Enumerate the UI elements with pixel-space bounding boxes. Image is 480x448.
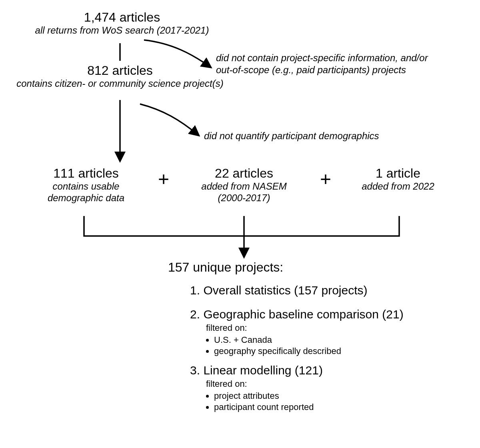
outcomes: 157 unique projects: 1. Overall statisti… <box>168 260 456 420</box>
node-sub: contains citizen- or community science p… <box>8 78 232 89</box>
count: 111 <box>53 166 74 180</box>
exclusion-line: did not quantify participant demographic… <box>204 130 460 142</box>
sub-text: contains usable demographic data <box>48 181 124 203</box>
node-812-articles: 812 articles contains citizen- or commun… <box>8 63 232 89</box>
node-title: 111 articles <box>36 166 136 181</box>
outcome-3: 3. Linear modelling (121) <box>190 364 456 377</box>
num: 1. <box>190 284 200 297</box>
exclusion-2: did not quantify participant demographic… <box>204 130 460 142</box>
filter-label: filtered on: <box>206 323 456 333</box>
result-title: 157 unique projects: <box>168 260 456 275</box>
node-sub: all returns from WoS search (2017-2021) <box>24 25 220 36</box>
node-22-articles: 22 articles added from NASEM (2000-2017) <box>188 166 300 204</box>
sub-text: added from NASEM (2000-2017) <box>201 181 286 203</box>
count: 22 <box>215 166 229 180</box>
node-1-article: 1 article added from 2022 <box>352 166 444 192</box>
flowchart: 1,474 articles all returns from WoS sear… <box>0 0 480 448</box>
label: articles <box>78 166 118 180</box>
num: 3. <box>190 364 200 377</box>
bullet: geography specifically described <box>214 346 456 356</box>
outcome-1: 1. Overall statistics (157 projects) <box>190 284 456 297</box>
outcome-2: 2. Geographic baseline comparison (21) <box>190 308 456 321</box>
count: 1 <box>376 166 383 180</box>
exclusion-line: did not contain project-specific informa… <box>216 52 472 64</box>
plus-icon: + <box>320 168 331 190</box>
bullets: U.S. + Canada geography specifically des… <box>214 335 456 356</box>
node-sub: added from 2022 <box>352 181 444 192</box>
node-title: 22 articles <box>188 166 300 181</box>
count: 812 <box>87 63 108 78</box>
label: article <box>386 166 420 180</box>
count: 1,474 <box>84 10 116 24</box>
bullets: project attributes participant count rep… <box>214 391 456 412</box>
num: 2. <box>190 308 200 321</box>
bullet: project attributes <box>214 391 456 401</box>
filter-label: filtered on: <box>206 379 456 389</box>
label: articles <box>233 166 273 180</box>
exclusion-line: out-of-scope (e.g., paid participants) p… <box>216 64 472 76</box>
node-sub: added from NASEM (2000-2017) <box>188 181 300 204</box>
text: Overall statistics (157 projects) <box>203 284 367 297</box>
node-title: 1,474 articles <box>24 10 220 25</box>
bullet: U.S. + Canada <box>214 335 456 345</box>
text: Linear modelling (121) <box>203 364 323 377</box>
label: articles <box>112 63 152 78</box>
node-title: 1 article <box>352 166 444 181</box>
text: Geographic baseline comparison (21) <box>203 308 403 321</box>
node-1474-articles: 1,474 articles all returns from WoS sear… <box>24 10 220 36</box>
label: articles <box>120 10 160 24</box>
bullet: participant count reported <box>214 402 456 412</box>
exclusion-1: did not contain project-specific informa… <box>216 52 472 76</box>
outcomes-list: 1. Overall statistics (157 projects) 2. … <box>190 284 456 412</box>
node-111-articles: 111 articles contains usable demographic… <box>36 166 136 204</box>
node-sub: contains usable demographic data <box>36 181 136 204</box>
node-title: 812 articles <box>8 63 232 78</box>
plus-icon: + <box>158 168 169 190</box>
